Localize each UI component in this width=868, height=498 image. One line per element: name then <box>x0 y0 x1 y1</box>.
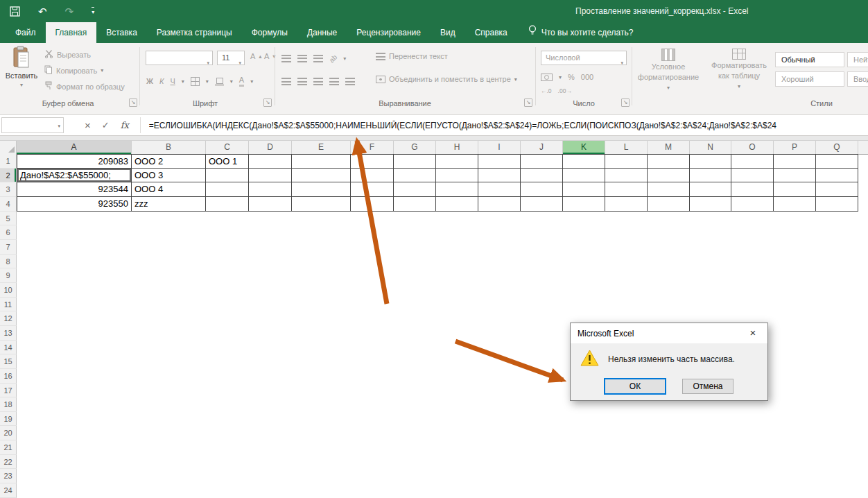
cell-P3[interactable] <box>774 182 816 197</box>
column-header-D[interactable]: D <box>249 141 292 154</box>
cell-B9[interactable] <box>132 268 206 283</box>
cell-M5[interactable] <box>648 212 690 226</box>
cell-D24[interactable] <box>249 483 292 498</box>
cell-D10[interactable] <box>249 283 292 298</box>
cell-G23[interactable] <box>394 469 436 483</box>
cell-B19[interactable] <box>132 412 206 427</box>
cell-G15[interactable] <box>394 354 436 369</box>
cell-D9[interactable] <box>249 268 292 283</box>
name-box-dropdown-icon[interactable]: ▾ <box>58 123 60 129</box>
cell-Q23[interactable] <box>816 469 858 483</box>
undo-icon[interactable]: ↶ <box>38 6 47 17</box>
cell-H6[interactable] <box>436 225 478 240</box>
cell-B8[interactable] <box>132 255 206 269</box>
cell-R9[interactable] <box>858 268 868 283</box>
column-header-E[interactable]: E <box>292 141 351 154</box>
cell-A2[interactable]: Дано!$A$2:$A$55000; <box>17 169 132 183</box>
cell-R5[interactable] <box>858 212 868 226</box>
cell-M6[interactable] <box>648 225 690 240</box>
copy-button[interactable]: Копировать ▾ <box>44 65 103 76</box>
cell-style-neutral[interactable]: Нейтральный <box>847 52 868 67</box>
cell-G8[interactable] <box>394 255 436 269</box>
cell-I8[interactable] <box>478 255 521 269</box>
cell-I9[interactable] <box>478 268 521 283</box>
cell-A12[interactable] <box>17 311 132 326</box>
row-header-7[interactable]: 7 <box>0 240 17 255</box>
cell-H14[interactable] <box>436 341 478 355</box>
cell-J23[interactable] <box>521 469 563 483</box>
cell-A1[interactable]: 209083 <box>17 154 132 169</box>
cell-O20[interactable] <box>731 426 774 440</box>
cell-H23[interactable] <box>436 469 478 483</box>
cell-F3[interactable] <box>351 182 394 197</box>
cell-E10[interactable] <box>292 283 351 298</box>
cell-N8[interactable] <box>690 255 731 269</box>
cell-H21[interactable] <box>436 440 478 455</box>
row-header-17[interactable]: 17 <box>0 384 17 398</box>
cell-R21[interactable] <box>858 440 868 455</box>
cell-O11[interactable] <box>731 298 774 312</box>
align-left-icon[interactable] <box>281 78 291 85</box>
cancel-button[interactable]: Отмена <box>682 379 734 394</box>
cell-I1[interactable] <box>478 154 521 169</box>
cell-B11[interactable] <box>132 298 206 312</box>
cell-H3[interactable] <box>436 182 478 197</box>
cell-P12[interactable] <box>774 311 816 326</box>
cell-K9[interactable] <box>563 268 605 283</box>
cell-G5[interactable] <box>394 212 436 226</box>
align-right-icon[interactable] <box>313 78 323 85</box>
cell-J4[interactable] <box>521 197 563 212</box>
row-header-8[interactable]: 8 <box>0 255 17 269</box>
align-middle-icon[interactable] <box>297 55 307 62</box>
cell-I24[interactable] <box>478 483 521 498</box>
cell-G9[interactable] <box>394 268 436 283</box>
cell-B6[interactable] <box>132 225 206 240</box>
cell-A24[interactable] <box>17 483 132 498</box>
cell-F8[interactable] <box>351 255 394 269</box>
cell-B18[interactable] <box>132 397 206 412</box>
format-as-table-button[interactable]: Форматировать как таблицу ▾ <box>704 49 774 91</box>
cell-C18[interactable] <box>206 397 249 412</box>
cell-C4[interactable] <box>206 197 249 212</box>
cell-I4[interactable] <box>478 197 521 212</box>
cell-K23[interactable] <box>563 469 605 483</box>
cell-A17[interactable] <box>17 384 132 398</box>
cell-R11[interactable] <box>858 298 868 312</box>
column-header-M[interactable]: M <box>648 141 690 154</box>
cell-K8[interactable] <box>563 255 605 269</box>
cell-E12[interactable] <box>292 311 351 326</box>
cell-N5[interactable] <box>690 212 731 226</box>
cell-H5[interactable] <box>436 212 478 226</box>
cell-R18[interactable] <box>858 397 868 412</box>
cell-D15[interactable] <box>249 354 292 369</box>
cell-R13[interactable] <box>858 326 868 341</box>
cell-M2[interactable] <box>648 169 690 183</box>
cell-F7[interactable] <box>351 240 394 255</box>
cell-K21[interactable] <box>563 440 605 455</box>
cell-Q24[interactable] <box>816 483 858 498</box>
cell-K19[interactable] <box>563 412 605 427</box>
decrease-indent-icon[interactable] <box>329 78 339 85</box>
cell-J17[interactable] <box>521 384 563 398</box>
cell-J5[interactable] <box>521 212 563 226</box>
cell-L6[interactable] <box>605 225 648 240</box>
cell-K1[interactable] <box>563 154 605 169</box>
cell-K5[interactable] <box>563 212 605 226</box>
cell-B16[interactable] <box>132 369 206 384</box>
cell-G17[interactable] <box>394 384 436 398</box>
cell-L5[interactable] <box>605 212 648 226</box>
column-header-J[interactable]: J <box>521 141 563 154</box>
cell-M22[interactable] <box>648 455 690 470</box>
cell-Q4[interactable] <box>816 197 858 212</box>
cell-B23[interactable] <box>132 469 206 483</box>
cell-style-good[interactable]: Хороший <box>775 71 844 87</box>
cell-C24[interactable] <box>206 483 249 498</box>
cell-E17[interactable] <box>292 384 351 398</box>
cell-I14[interactable] <box>478 341 521 355</box>
tell-me-search[interactable]: Что вы хотите сделать? <box>528 22 634 43</box>
cell-O1[interactable] <box>731 154 774 169</box>
cell-A4[interactable]: 923550 <box>17 197 132 212</box>
cell-C14[interactable] <box>206 341 249 355</box>
fill-color-dropdown-icon[interactable]: ▾ <box>230 78 233 85</box>
cell-J13[interactable] <box>521 326 563 341</box>
